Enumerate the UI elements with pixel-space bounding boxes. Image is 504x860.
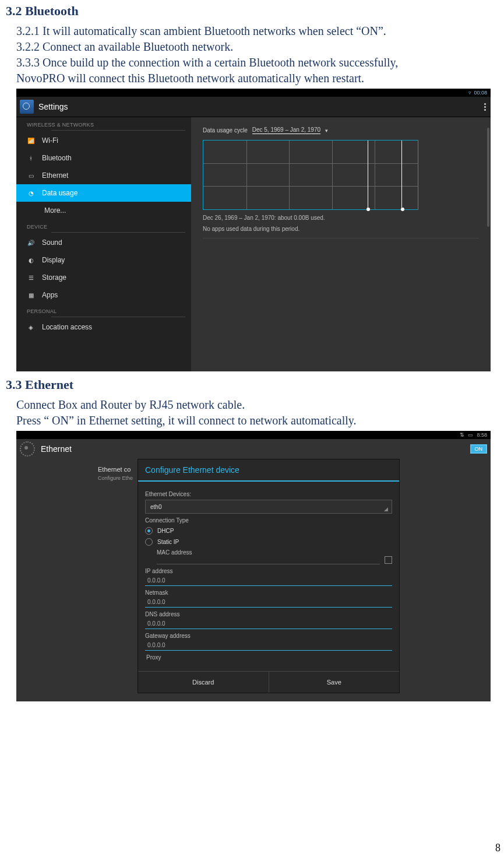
app-title: Ethernet — [41, 444, 72, 454]
status-time: 8:58 — [477, 432, 487, 438]
devices-label: Ethernet Devices: — [145, 491, 392, 497]
sidebar-item-label: Bluetooth — [42, 154, 72, 162]
dhcp-radio-row[interactable]: DHCP — [145, 527, 392, 535]
netmask-label: Netmask — [145, 589, 392, 596]
monitor-icon: ▭ — [468, 432, 473, 438]
settings-sidebar: WIRELESS & NETWORKS 📶 Wi-Fi ᚼ Bluetooth … — [16, 117, 191, 371]
sidebar-item-label: More... — [44, 206, 66, 215]
sidebar-item-apps[interactable]: ▦ Apps — [16, 286, 191, 304]
ethernet-body: Connect Box and Router by RJ45 network c… — [16, 397, 498, 429]
wifi-icon: ▿ — [468, 90, 471, 96]
mac-checkbox[interactable] — [385, 556, 392, 564]
sidebar-item-display[interactable]: ◐ Display — [16, 251, 191, 269]
gateway-input[interactable] — [145, 640, 392, 651]
discard-button[interactable]: Discard — [138, 672, 269, 693]
bluetooth-body: 3.2.1 It will automatically scan ambient… — [16, 23, 498, 86]
status-bar: ▿ 00:08 — [16, 89, 491, 97]
sidebar-item-label: Ethernet — [42, 171, 68, 180]
para-322: 3.2.2 Connect an available Bluetooth net… — [16, 39, 498, 55]
group-wireless: WIRELESS & NETWORKS — [16, 117, 191, 130]
range-marker-end[interactable] — [401, 208, 404, 211]
group-personal: PERSONAL — [16, 304, 191, 317]
save-button[interactable]: Save — [269, 672, 400, 693]
ethernet-p1: Connect Box and Router by RJ45 network c… — [16, 397, 498, 413]
wifi-icon: 📶 — [27, 136, 35, 145]
sidebar-item-data-usage[interactable]: ◔ Data usage — [16, 184, 191, 202]
ip-input[interactable] — [145, 575, 392, 586]
status-time: 00:08 — [474, 90, 487, 96]
ethernet-devices-dropdown[interactable]: eth0 ◢ — [145, 500, 392, 514]
radio-icon — [145, 527, 153, 535]
display-icon: ◐ — [27, 256, 35, 264]
sidebar-item-wifi[interactable]: 📶 Wi-Fi — [16, 132, 191, 149]
apps-icon: ▦ — [27, 291, 35, 299]
app-titlebar: Settings — [16, 97, 491, 117]
mac-label: MAC address — [157, 549, 392, 556]
dns-input[interactable] — [145, 619, 392, 629]
sidebar-item-label: Sound — [42, 238, 62, 247]
settings-app-icon — [20, 100, 34, 114]
status-bar: ⇅ ▭ 8:58 — [16, 431, 491, 439]
ethernet-screenshot: ⇅ ▭ 8:58 Ethernet ON Ethernet co Configu… — [16, 431, 491, 701]
netmask-input[interactable] — [145, 597, 392, 608]
sidebar-item-more[interactable]: More... — [16, 202, 191, 219]
range-marker-start[interactable] — [366, 208, 370, 211]
scrollbar[interactable] — [487, 128, 489, 227]
gear-icon — [20, 441, 35, 457]
sidebar-item-label: Location access — [42, 323, 92, 331]
static-ip-radio-row[interactable]: Static IP — [145, 538, 392, 546]
gateway-label: Gateway address — [145, 633, 392, 639]
bg-row-title: Ethernet co — [98, 466, 131, 473]
cycle-dropdown[interactable]: Dec 5, 1969 – Jan 2, 1970 — [252, 127, 320, 134]
app-title: Settings — [38, 102, 68, 111]
bg-row-subtitle: Configure Ethe — [98, 475, 133, 481]
overflow-menu-icon[interactable] — [484, 103, 486, 111]
dns-label: DNS address — [145, 611, 392, 617]
section-heading-bluetooth: 3.2 Bluetooth — [6, 3, 498, 19]
radio-label: DHCP — [157, 528, 174, 534]
usage-chart[interactable] — [203, 140, 418, 210]
usage-caption1: Dec 26, 1969 – Jan 2, 1970: about 0.00B … — [203, 215, 479, 221]
radio-icon — [145, 538, 153, 546]
settings-screenshot: ▿ 00:08 Settings WIRELESS & NETWORKS 📶 W… — [16, 89, 491, 371]
sidebar-item-location[interactable]: ◈ Location access — [16, 318, 191, 336]
cycle-label: Data usage cycle — [203, 127, 248, 134]
storage-icon: ☰ — [27, 273, 35, 282]
network-icon: ⇅ — [460, 432, 464, 438]
sidebar-item-label: Display — [42, 256, 65, 264]
para-321: 3.2.1 It will automatically scan ambient… — [16, 23, 498, 39]
sidebar-item-ethernet[interactable]: ▭ Ethernet — [16, 167, 191, 184]
app-titlebar: Ethernet ON — [16, 439, 491, 459]
sidebar-item-sound[interactable]: 🔊 Sound — [16, 234, 191, 251]
ethernet-icon: ▭ — [27, 171, 35, 180]
location-icon: ◈ — [27, 323, 35, 331]
data-usage-icon: ◔ — [27, 189, 35, 197]
data-usage-panel: Data usage cycle Dec 5, 1969 – Jan 2, 19… — [191, 117, 491, 371]
ip-label: IP address — [145, 568, 392, 574]
sidebar-item-label: Wi-Fi — [42, 136, 58, 145]
ethernet-toggle-on[interactable]: ON — [470, 444, 488, 454]
proxy-label: Proxy — [146, 654, 392, 661]
section-heading-ethernet: 3.3 Ethernet — [6, 377, 498, 392]
radio-label: Static IP — [157, 539, 179, 545]
sidebar-item-label: Storage — [42, 273, 66, 282]
para-333b: NovoPRO will connect this Bluetooth netw… — [16, 71, 498, 86]
sidebar-item-storage[interactable]: ☰ Storage — [16, 269, 191, 286]
dialog-title: Configure Ethernet device — [138, 459, 399, 482]
sidebar-item-bluetooth[interactable]: ᚼ Bluetooth — [16, 149, 191, 167]
para-333a: 3.3.3 Once build up the connection with … — [16, 55, 498, 71]
usage-caption2: No apps used data during this period. — [203, 226, 479, 232]
ethernet-p2: Press “ ON” in Ethernet setting, it will… — [16, 413, 498, 429]
dropdown-value: eth0 — [150, 504, 161, 510]
connection-type-label: Connection Type — [145, 517, 392, 524]
chevron-down-icon: ▾ — [325, 128, 328, 134]
configure-ethernet-dialog: Configure Ethernet device Ethernet Devic… — [138, 459, 400, 693]
sidebar-item-label: Apps — [42, 291, 58, 299]
sound-icon: 🔊 — [27, 238, 35, 247]
sidebar-item-label: Data usage — [42, 189, 77, 197]
mac-input[interactable] — [157, 556, 380, 564]
chevron-down-icon: ◢ — [384, 506, 388, 512]
bluetooth-icon: ᚼ — [27, 154, 35, 162]
group-device: DEVICE — [16, 219, 191, 232]
